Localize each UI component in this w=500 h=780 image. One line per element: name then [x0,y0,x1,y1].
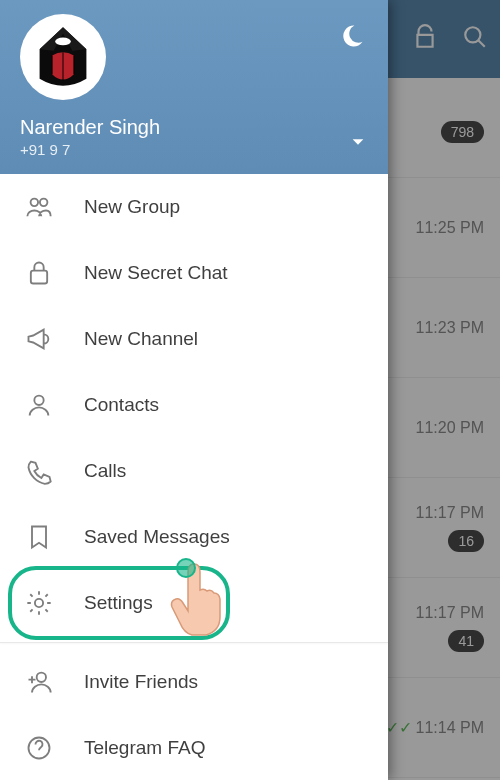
bookmark-icon [24,522,54,552]
menu-settings[interactable]: Settings [0,570,388,636]
menu-label: Contacts [84,394,159,416]
megaphone-icon [24,324,54,354]
avatar[interactable] [20,14,106,100]
menu-label: Saved Messages [84,526,230,548]
night-mode-icon[interactable] [338,22,366,50]
gear-icon [24,588,54,618]
menu-label: Telegram FAQ [84,737,205,759]
menu-divider [0,642,388,643]
navigation-drawer: Narender Singh +91 9 7 New Group New Sec… [0,0,388,780]
menu-label: Calls [84,460,126,482]
phone-icon [24,456,54,486]
menu-new-channel[interactable]: New Channel [0,306,388,372]
avatar-image [24,18,102,96]
expand-accounts-icon[interactable] [350,134,366,154]
drawer-header: Narender Singh +91 9 7 [0,0,388,174]
add-person-icon [24,667,54,697]
svg-point-7 [35,599,43,607]
menu-invite-friends[interactable]: Invite Friends [0,649,388,715]
menu-calls[interactable]: Calls [0,438,388,504]
menu-new-group[interactable]: New Group [0,174,388,240]
svg-point-8 [37,673,46,682]
menu-label: Settings [84,592,153,614]
user-phone: +91 9 7 [20,141,368,158]
svg-rect-5 [31,271,47,284]
drawer-menu: New Group New Secret Chat New Channel Co… [0,174,388,780]
svg-point-3 [31,199,38,206]
menu-label: New Channel [84,328,198,350]
svg-point-6 [34,396,43,405]
lock-icon [24,258,54,288]
svg-point-4 [40,199,47,206]
menu-label: New Secret Chat [84,262,228,284]
menu-contacts[interactable]: Contacts [0,372,388,438]
help-icon [24,733,54,763]
menu-new-secret-chat[interactable]: New Secret Chat [0,240,388,306]
menu-label: New Group [84,196,180,218]
menu-saved-messages[interactable]: Saved Messages [0,504,388,570]
menu-telegram-faq[interactable]: Telegram FAQ [0,715,388,780]
person-icon [24,390,54,420]
svg-point-2 [55,38,71,46]
user-name: Narender Singh [20,116,368,139]
menu-label: Invite Friends [84,671,198,693]
group-icon [24,192,54,222]
